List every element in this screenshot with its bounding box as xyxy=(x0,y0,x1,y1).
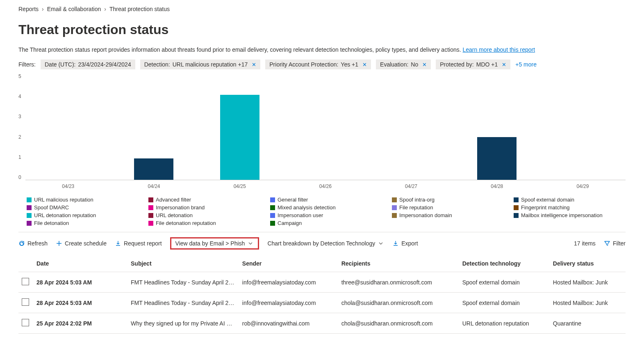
close-icon[interactable]: ✕ xyxy=(502,62,506,68)
breadcrumb-item: Threat protection status xyxy=(109,6,170,12)
table-cell: 25 Apr 2024 2:02 PM xyxy=(33,313,127,334)
column-header[interactable]: Delivery status xyxy=(550,255,626,272)
legend-swatch xyxy=(270,197,275,202)
column-header[interactable]: Detection technology xyxy=(459,255,550,272)
toolbar: Refresh Create schedule Request report V… xyxy=(18,232,626,255)
table-cell: Quarantine xyxy=(550,313,626,334)
legend-swatch xyxy=(148,205,153,210)
table-cell: rob@innovatingwithai.com xyxy=(239,313,338,334)
legend-swatch xyxy=(148,221,153,226)
table-row[interactable]: 28 Apr 2024 5:03 AMFMT Headlines Today -… xyxy=(18,293,626,313)
legend-item[interactable]: File detonation xyxy=(27,220,139,226)
legend-item[interactable]: Spoof intra-org xyxy=(392,197,504,203)
chevron-right-icon: › xyxy=(42,6,44,12)
legend-item[interactable]: URL detonation xyxy=(148,212,260,218)
filter-button[interactable]: Filter xyxy=(604,240,626,247)
bar[interactable] xyxy=(477,73,517,180)
chart: 543210 04/2304/2404/2504/2604/2704/2804/… xyxy=(18,73,626,189)
view-data-by-dropdown[interactable]: View data by Email > Phish xyxy=(170,237,259,250)
legend-swatch xyxy=(392,205,397,210)
row-checkbox[interactable] xyxy=(22,319,29,326)
legend-item[interactable]: Advanced filter xyxy=(148,197,260,203)
bar[interactable] xyxy=(48,73,88,180)
learn-more-link[interactable]: Learn more about this report xyxy=(463,46,535,53)
table-cell: FMT Headlines Today - Sunday April 2… xyxy=(127,293,239,313)
legend-item[interactable]: General filter xyxy=(270,197,382,203)
chevron-right-icon: › xyxy=(104,6,106,12)
refresh-button[interactable]: Refresh xyxy=(18,240,48,247)
table-cell: Why they signed up for my Private AI … xyxy=(127,313,239,334)
legend-swatch xyxy=(27,205,32,210)
close-icon[interactable]: ✕ xyxy=(252,62,256,68)
table-cell: chola@susidharan.onmicrosoft.com xyxy=(338,313,459,334)
table-cell: FMT Headlines Today - Sunday April 2… xyxy=(127,272,239,293)
column-header[interactable]: Sender xyxy=(239,255,338,272)
legend-item[interactable]: Spoof external domain xyxy=(514,197,626,203)
row-checkbox[interactable] xyxy=(22,278,29,285)
legend-item[interactable]: Impersonation user xyxy=(270,212,382,218)
close-icon[interactable]: ✕ xyxy=(362,62,367,68)
bar-slot xyxy=(282,73,368,180)
refresh-icon xyxy=(18,240,25,247)
request-report-button[interactable]: Request report xyxy=(115,240,162,247)
legend-swatch xyxy=(148,213,153,218)
table-cell: Hosted Mailbox: Junk xyxy=(550,293,626,313)
bar[interactable] xyxy=(220,73,259,180)
legend-item[interactable]: Spoof DMARC xyxy=(27,204,139,211)
legend-swatch xyxy=(270,213,275,218)
legend-item[interactable]: File reputation xyxy=(392,204,504,211)
page-title: Threat protection status xyxy=(18,22,626,37)
breadcrumb-item[interactable]: Reports xyxy=(18,6,39,12)
filter-chip[interactable]: Protected by: MDO +1✕ xyxy=(436,60,510,69)
legend-swatch xyxy=(514,213,519,218)
chevron-down-icon xyxy=(378,240,384,247)
legend-item[interactable]: Impersonation brand xyxy=(148,204,260,211)
breadcrumb-item[interactable]: Email & collaboration xyxy=(47,6,101,12)
legend-item[interactable]: Mixed analysis detection xyxy=(270,204,382,211)
filter-chip[interactable]: Detection: URL malicious reputation +17✕ xyxy=(140,60,261,69)
column-header[interactable]: Subject xyxy=(127,255,239,272)
legend-swatch xyxy=(392,197,397,202)
column-header[interactable]: Recipients xyxy=(338,255,459,272)
row-checkbox[interactable] xyxy=(22,298,29,306)
legend-item[interactable]: URL detonation reputation xyxy=(27,212,139,218)
legend-item[interactable]: Impersonation domain xyxy=(392,212,504,218)
table-cell: Spoof external domain xyxy=(459,272,550,293)
table-row[interactable]: 28 Apr 2024 5:03 AMFMT Headlines Today -… xyxy=(18,272,626,293)
table-cell: info@freemalaysiatoday.com xyxy=(239,272,338,293)
legend-swatch xyxy=(514,205,519,210)
legend-item[interactable]: Mailbox intelligence impersonation xyxy=(514,212,626,218)
close-icon[interactable]: ✕ xyxy=(422,62,427,68)
legend-item[interactable]: Campaign xyxy=(270,220,382,226)
bar-slot xyxy=(454,73,540,180)
legend-item[interactable]: File detonation reputation xyxy=(148,220,260,226)
table-row[interactable]: 25 Apr 2024 2:02 PMWhy they signed up fo… xyxy=(18,313,626,334)
chart-breakdown-dropdown[interactable]: Chart breakdown by Detection Technology xyxy=(267,240,384,247)
bar[interactable] xyxy=(391,73,431,180)
download-icon xyxy=(392,240,399,247)
filters-label: Filters: xyxy=(18,61,36,68)
legend-item[interactable]: Fingerprint matching xyxy=(514,204,626,211)
column-header[interactable]: Date xyxy=(33,255,127,272)
filter-chip[interactable]: Evaluation: No✕ xyxy=(376,60,431,69)
legend-swatch xyxy=(270,221,275,226)
bar-slot xyxy=(111,73,197,180)
filter-chip[interactable]: Priority Account Protection: Yes +1✕ xyxy=(265,60,371,69)
table-cell: 28 Apr 2024 5:03 AM xyxy=(33,272,127,293)
legend-item[interactable]: URL malicious reputation xyxy=(27,197,139,203)
bar[interactable] xyxy=(563,73,602,180)
legend-swatch xyxy=(392,213,397,218)
filter-chip[interactable]: Date (UTC): 23/4/2024-29/4/2024 xyxy=(41,60,135,69)
legend-swatch xyxy=(27,213,32,218)
export-button[interactable]: Export xyxy=(392,240,418,247)
bar-slot xyxy=(368,73,454,180)
bar[interactable] xyxy=(134,73,173,180)
breadcrumb: Reports › Email & collaboration › Threat… xyxy=(18,4,626,12)
bar[interactable] xyxy=(306,73,345,180)
bar-slot xyxy=(25,73,111,180)
filters-more-link[interactable]: +5 more xyxy=(515,61,537,68)
legend-swatch xyxy=(514,197,519,202)
table-cell: three@susidharan.onmicrosoft.com xyxy=(338,272,459,293)
create-schedule-button[interactable]: Create schedule xyxy=(56,240,107,247)
legend-swatch xyxy=(27,197,32,202)
